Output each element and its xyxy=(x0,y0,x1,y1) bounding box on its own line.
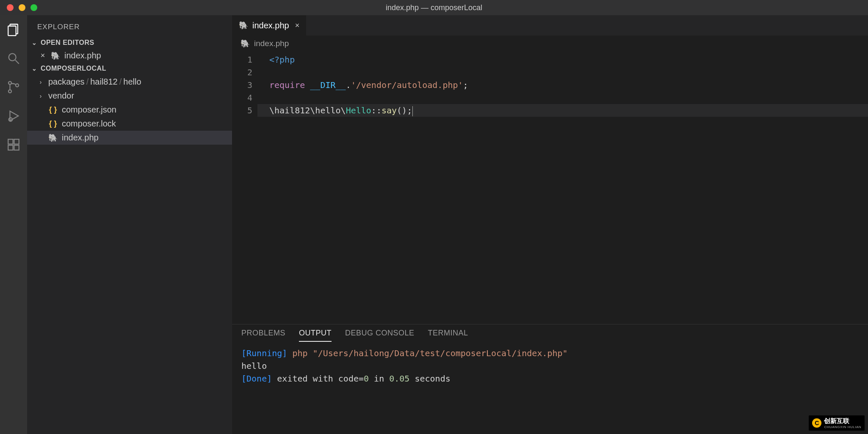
close-icon[interactable]: × xyxy=(293,21,300,30)
chevron-down-icon: ⌄ xyxy=(30,65,38,72)
activity-explorer-icon[interactable] xyxy=(5,21,22,38)
window-title: index.php — composerLocal xyxy=(386,3,482,12)
panel-tab-problems[interactable]: PROBLEMS xyxy=(241,329,285,342)
close-window-button[interactable] xyxy=(7,4,14,11)
text-cursor xyxy=(412,106,413,116)
tab-label: index.php xyxy=(252,21,289,30)
file-label: composer.lock xyxy=(62,119,116,129)
app-window: index.php — composerLocal EXPLORER xyxy=(0,0,868,434)
svg-rect-12 xyxy=(14,139,19,144)
svg-point-4 xyxy=(8,82,11,85)
svg-rect-10 xyxy=(8,145,13,150)
open-editor-item[interactable]: × 🐘 index.php xyxy=(27,49,232,62)
chevron-down-icon: ⌄ xyxy=(30,39,38,46)
output-line-running: [Running] php "/Users/hailong/Data/test/… xyxy=(241,347,859,360)
file-tree: › packages/hail812/hello › vendor { } co… xyxy=(27,75,232,145)
activity-bar xyxy=(0,15,27,434)
php-file-icon: 🐘 xyxy=(239,21,248,30)
svg-rect-11 xyxy=(14,145,19,150)
output-body[interactable]: [Running] php "/Users/hailong/Data/test/… xyxy=(232,342,868,434)
svg-rect-9 xyxy=(8,139,13,144)
tree-folder-vendor[interactable]: › vendor xyxy=(27,89,232,103)
output-line-done: [Done] exited with code=0 in 0.05 second… xyxy=(241,372,859,385)
main-area: 🐘 index.php × 🐘 index.php 1 2 3 4 5 xyxy=(232,15,868,434)
minimize-window-button[interactable] xyxy=(19,4,25,11)
file-label: composer.json xyxy=(62,105,116,115)
tab-index-php[interactable]: 🐘 index.php × xyxy=(232,15,307,36)
folder-path: packages/hail812/hello xyxy=(48,77,141,87)
project-header[interactable]: ⌄ COMPOSERLOCAL xyxy=(27,62,232,75)
open-editors-header[interactable]: ⌄ OPEN EDITORS xyxy=(27,36,232,49)
svg-point-2 xyxy=(9,54,16,61)
code-line xyxy=(257,66,868,79)
maximize-window-button[interactable] xyxy=(30,4,37,11)
line-gutter: 1 2 3 4 5 xyxy=(232,52,257,324)
chevron-right-icon: › xyxy=(37,79,44,85)
project-name: COMPOSERLOCAL xyxy=(41,65,106,72)
sidebar-title: EXPLORER xyxy=(27,15,232,36)
folder-label: vendor xyxy=(48,91,74,101)
breadcrumb-filename: index.php xyxy=(254,39,289,48)
close-icon[interactable]: × xyxy=(39,51,47,60)
title-bar: index.php — composerLocal xyxy=(0,0,868,15)
watermark-logo-icon: C xyxy=(812,418,821,428)
tree-folder-packages[interactable]: › packages/hail812/hello xyxy=(27,75,232,89)
activity-extensions-icon[interactable] xyxy=(5,136,22,153)
tree-file-composer-lock[interactable]: { } composer.lock xyxy=(27,117,232,131)
panel-tab-debug-console[interactable]: DEBUG CONSOLE xyxy=(345,329,415,342)
code-editor[interactable]: 1 2 3 4 5 <?php require __DIR__.'/vendor… xyxy=(232,52,868,324)
activity-run-debug-icon[interactable] xyxy=(5,107,22,124)
json-file-icon: { } xyxy=(48,105,58,115)
watermark-badge: C 创新互联 CHUANGXIN HULIAN xyxy=(809,415,865,431)
breadcrumb[interactable]: 🐘 index.php xyxy=(232,36,868,52)
activity-source-control-icon[interactable] xyxy=(5,79,22,96)
output-line-stdout: hello xyxy=(241,360,859,372)
code-line: require __DIR__.'/vendor/autoload.php'; xyxy=(257,79,868,91)
open-editors-label: OPEN EDITORS xyxy=(41,39,94,47)
json-file-icon: { } xyxy=(48,119,58,129)
panel-tabs: PROBLEMS OUTPUT DEBUG CONSOLE TERMINAL xyxy=(232,324,868,342)
svg-point-5 xyxy=(8,90,11,93)
panel-tab-terminal[interactable]: TERMINAL xyxy=(428,329,468,342)
svg-line-3 xyxy=(15,60,19,64)
activity-search-icon[interactable] xyxy=(5,50,22,67)
editor-tabs: 🐘 index.php × xyxy=(232,15,868,36)
svg-marker-7 xyxy=(10,111,19,121)
chevron-right-icon: › xyxy=(37,93,44,99)
open-editor-filename: index.php xyxy=(64,51,101,60)
sidebar: EXPLORER ⌄ OPEN EDITORS × 🐘 index.php ⌄ … xyxy=(27,15,232,434)
svg-rect-1 xyxy=(8,26,16,36)
traffic-lights xyxy=(0,4,37,11)
bottom-panel: PROBLEMS OUTPUT DEBUG CONSOLE TERMINAL [… xyxy=(232,324,868,434)
code-line-current: \hail812\hello\Hello::say(); xyxy=(257,104,868,117)
svg-point-6 xyxy=(16,84,19,87)
panel-tab-output[interactable]: OUTPUT xyxy=(299,329,332,342)
php-file-icon: 🐘 xyxy=(51,51,60,60)
code-line: <?php xyxy=(257,53,868,66)
file-label: index.php xyxy=(62,133,99,143)
code-line xyxy=(257,91,868,104)
php-file-icon: 🐘 xyxy=(240,39,250,48)
tree-file-index-php[interactable]: 🐘 index.php xyxy=(27,131,232,145)
code-area[interactable]: <?php require __DIR__.'/vendor/autoload.… xyxy=(257,52,868,324)
tree-file-composer-json[interactable]: { } composer.json xyxy=(27,103,232,117)
php-file-icon: 🐘 xyxy=(48,133,58,143)
